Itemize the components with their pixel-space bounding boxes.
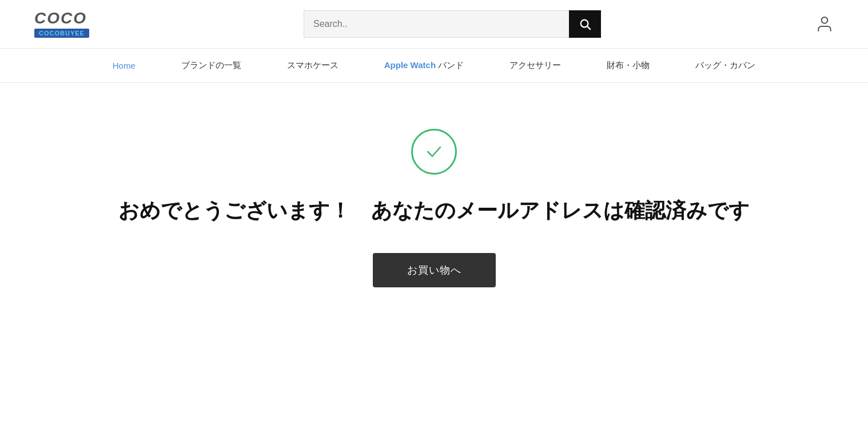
nav-item-accessories[interactable]: アクセサリー <box>487 49 584 82</box>
nav: Home ブランドの一覧 スマホケース Apple Watch バンド アクセサ… <box>0 49 868 83</box>
logo-area: COCO COCOBUYEE <box>34 10 89 38</box>
nav-item-apple-watch[interactable]: Apple Watch バンド <box>361 49 487 82</box>
nav-item-home[interactable]: Home <box>90 49 158 82</box>
checkmark-icon <box>424 141 444 162</box>
main-content: おめでとうございます！ あなたのメールアドレスは確認済みです お買い物へ <box>0 83 868 322</box>
user-icon-area[interactable] <box>815 15 834 33</box>
user-icon <box>815 15 834 33</box>
success-circle <box>411 129 457 175</box>
logo-badge[interactable]: COCOBUYEE <box>34 29 89 38</box>
nav-item-wallet[interactable]: 財布・小物 <box>584 49 672 82</box>
search-input[interactable] <box>304 10 569 38</box>
logo-coco[interactable]: COCO <box>34 10 87 26</box>
nav-item-brands[interactable]: ブランドの一覧 <box>158 49 264 82</box>
search-button[interactable] <box>569 10 601 38</box>
shop-button[interactable]: お買い物へ <box>373 253 496 287</box>
nav-item-smartphone-cases[interactable]: スマホケース <box>264 49 361 82</box>
apple-watch-highlight: Apple Watch <box>384 60 436 70</box>
search-icon <box>579 18 591 30</box>
nav-item-bag[interactable]: バッグ・カバン <box>672 49 778 82</box>
svg-line-1 <box>587 26 590 29</box>
search-area <box>304 10 601 38</box>
success-icon-container <box>411 129 457 175</box>
header: COCO COCOBUYEE <box>0 0 868 49</box>
svg-point-2 <box>822 17 828 23</box>
success-message: おめでとうございます！ あなたのメールアドレスは確認済みです <box>118 197 750 224</box>
